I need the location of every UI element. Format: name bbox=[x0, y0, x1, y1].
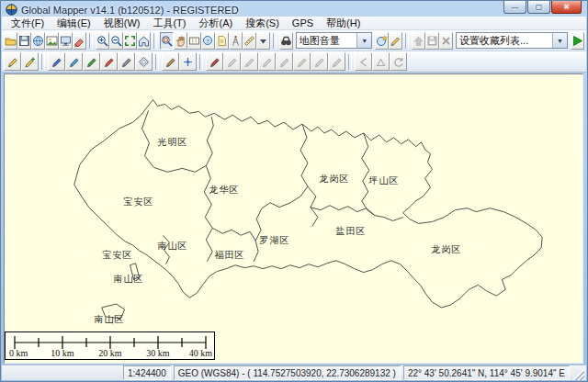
district-label: 盐田区 bbox=[336, 225, 367, 238]
measure-tool-button[interactable] bbox=[243, 32, 256, 50]
map-view-combo-value: 地图音量 bbox=[300, 34, 355, 48]
pan-tool-button[interactable] bbox=[174, 32, 187, 50]
resize-grip[interactable] bbox=[572, 368, 584, 380]
scale-tick-label: 30 km bbox=[146, 348, 169, 358]
pencil-icon bbox=[296, 56, 308, 68]
create-freehand-button[interactable] bbox=[162, 52, 179, 71]
combine-areas-button[interactable] bbox=[293, 52, 311, 71]
search-button[interactable] bbox=[279, 32, 293, 50]
create-point-button[interactable] bbox=[100, 52, 118, 71]
district-label: 光明区 bbox=[158, 136, 188, 149]
nav-save-view-button[interactable] bbox=[425, 32, 439, 50]
save-workspace-button[interactable] bbox=[17, 32, 31, 50]
crop-areas-button[interactable] bbox=[311, 52, 328, 71]
image-icon bbox=[46, 35, 58, 47]
export-button[interactable] bbox=[59, 32, 73, 50]
map-canvas[interactable] bbox=[5, 74, 582, 363]
create-area-button[interactable] bbox=[83, 52, 100, 71]
path-profile-tool-button[interactable] bbox=[215, 32, 229, 50]
menu-edit[interactable]: 编辑(E) bbox=[51, 17, 97, 30]
digitizer-edit-button[interactable] bbox=[4, 52, 21, 71]
chevron-down-icon[interactable]: ▼ bbox=[356, 33, 371, 48]
scale-bar: 0 km10 km20 km30 km40 km bbox=[5, 331, 215, 360]
status-bar: 1:424400 GEO (WGS84) - ( 114.7527503920,… bbox=[2, 365, 586, 380]
pencil-icon bbox=[6, 56, 18, 68]
pencil-icon bbox=[313, 56, 325, 68]
district-border bbox=[204, 165, 212, 261]
zoom-previous-button[interactable] bbox=[123, 32, 137, 50]
menu-search[interactable]: 搜索(S) bbox=[239, 17, 286, 30]
create-coordinate-button[interactable] bbox=[179, 52, 197, 71]
favorite-views-button[interactable] bbox=[375, 32, 389, 50]
edit-selected-button[interactable] bbox=[206, 52, 223, 71]
menu-view[interactable]: 视图(W) bbox=[97, 17, 147, 30]
doc-icon bbox=[216, 35, 228, 47]
zoomout-icon bbox=[110, 35, 122, 47]
vertex-prev-button[interactable] bbox=[355, 52, 372, 71]
menu-bar: 文件(F)编辑(E)视图(W)工具(T)分析(A)搜索(S)GPS帮助(H) bbox=[2, 17, 586, 30]
menu-gps[interactable]: GPS bbox=[286, 17, 320, 28]
menu-tools[interactable]: 工具(T) bbox=[146, 17, 192, 30]
zoom-in-button[interactable] bbox=[96, 32, 109, 50]
scale-labels: 0 km10 km20 km30 km40 km bbox=[6, 347, 214, 358]
window-title: Global Mapper v14.1 (b120512) - REGISTER… bbox=[21, 5, 239, 16]
overlay-control-center-button[interactable] bbox=[45, 32, 59, 50]
nav-delete-view-button[interactable] bbox=[439, 32, 453, 50]
pencil-icon bbox=[51, 56, 62, 68]
pencil-icon bbox=[103, 56, 115, 68]
split-line-button[interactable] bbox=[328, 52, 345, 71]
maprect-icon bbox=[188, 35, 200, 47]
scale-tick-label: 10 km bbox=[51, 348, 74, 358]
menu-help[interactable]: 帮助(H) bbox=[320, 17, 367, 30]
map-view-combo[interactable]: 地图音量 ▼ bbox=[296, 32, 372, 49]
snap-vertex-button[interactable] bbox=[276, 52, 293, 71]
pencil-icon bbox=[278, 56, 290, 68]
run-favorite-button[interactable] bbox=[571, 32, 584, 50]
zoom-out-button[interactable] bbox=[109, 32, 123, 50]
pencil-icon bbox=[164, 56, 176, 68]
undo-button[interactable] bbox=[390, 52, 407, 71]
diamond-icon bbox=[138, 56, 150, 68]
maximize-button[interactable]: ▢ bbox=[527, 1, 550, 14]
tools-dropdown-button[interactable] bbox=[256, 32, 270, 50]
pencil-icon bbox=[209, 56, 220, 68]
district-border bbox=[311, 206, 403, 221]
district-label: 宝安区 bbox=[124, 196, 154, 208]
chevron-down-icon[interactable]: ▼ bbox=[552, 33, 567, 48]
unload-all-button[interactable] bbox=[73, 32, 86, 50]
district-label: 南山区 bbox=[158, 240, 188, 253]
edit-favorites-button[interactable] bbox=[389, 32, 402, 50]
view-3d-tool-button[interactable] bbox=[229, 32, 243, 50]
toolbar-separator bbox=[348, 54, 352, 70]
full-view-button[interactable] bbox=[137, 32, 151, 50]
zoom-window-tool-button[interactable] bbox=[187, 32, 201, 50]
nav-up-button[interactable] bbox=[412, 32, 425, 50]
vertex-shape-button[interactable] bbox=[372, 52, 390, 71]
zoom-tool-button[interactable] bbox=[160, 32, 174, 50]
measure-icon bbox=[243, 35, 255, 47]
create-trace-button[interactable] bbox=[65, 52, 83, 71]
minimize-button[interactable]: — bbox=[503, 1, 526, 14]
favorites-combo-value: 设置收藏列表... bbox=[459, 34, 550, 48]
map-view[interactable]: 0 km10 km20 km30 km40 km 光明区宝安区龙华区龙岗区坪山区… bbox=[4, 73, 583, 364]
menu-file[interactable]: 文件(F) bbox=[5, 17, 51, 30]
pencil-icon bbox=[261, 56, 273, 68]
create-line-button[interactable] bbox=[48, 52, 65, 71]
feature-info-tool-button[interactable]: ? bbox=[201, 32, 215, 50]
scale-feature-button[interactable] bbox=[258, 52, 276, 71]
close-button[interactable]: ✕ bbox=[551, 1, 582, 14]
rotate-feature-button[interactable] bbox=[241, 52, 258, 71]
svg-text:?: ? bbox=[206, 37, 209, 44]
menu-analysis[interactable]: 分析(A) bbox=[192, 17, 239, 30]
pencil-icon bbox=[85, 56, 97, 68]
digitizer-create-button[interactable] bbox=[21, 52, 39, 71]
move-feature-button[interactable] bbox=[223, 52, 241, 71]
favorites-combo[interactable]: 设置收藏列表... ▼ bbox=[456, 32, 568, 49]
create-range-ring-button[interactable] bbox=[118, 52, 135, 71]
floppy-icon bbox=[18, 35, 30, 47]
open-data-file-button[interactable] bbox=[4, 32, 17, 50]
favglobe-icon bbox=[376, 35, 388, 47]
create-grid-button[interactable] bbox=[135, 52, 153, 71]
download-online-data-button[interactable] bbox=[31, 32, 45, 50]
play-icon bbox=[571, 35, 583, 47]
